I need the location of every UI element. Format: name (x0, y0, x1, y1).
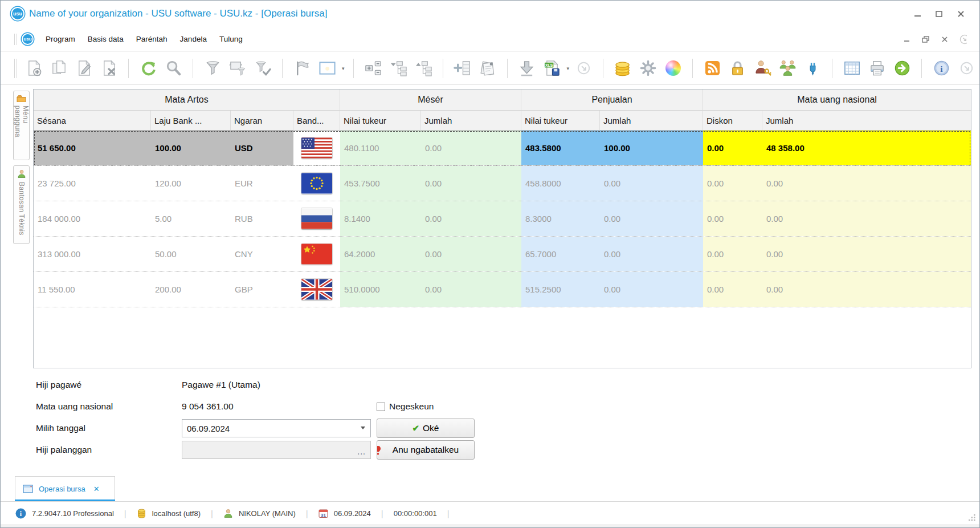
confirm-checkbox[interactable]: Negeskeun (377, 401, 475, 412)
col-header-meser-nilai-tukeur[interactable]: Nilai tukeur (340, 111, 421, 131)
about-info-icon[interactable]: i (930, 58, 952, 79)
tab-close-icon[interactable]: ✕ (93, 485, 100, 493)
resize-grip-icon[interactable] (968, 514, 976, 522)
cell-jumlah[interactable]: 0.00 (762, 237, 971, 271)
cancel-button[interactable]: Anu ngabatalkeu (377, 440, 475, 460)
cell-meser-jumlah[interactable]: 0.00 (421, 237, 521, 271)
cell-sesana[interactable]: 51 650.00 (34, 131, 151, 165)
cell-meser-nilai[interactable]: 64.2000 (340, 237, 421, 271)
col-header-sesana[interactable]: Sésana (34, 111, 151, 131)
print-icon[interactable] (866, 58, 888, 79)
cell-diskon[interactable]: 0.00 (703, 166, 762, 201)
report-notes-icon[interactable] (477, 58, 499, 79)
settings-gear-icon[interactable] (637, 58, 659, 79)
col-header-laju-bank[interactable]: Laju Bank ... (151, 111, 231, 131)
cell-meser-jumlah[interactable]: 0.00 (421, 272, 521, 307)
copy-document-icon[interactable] (48, 58, 70, 79)
tree-collapse-icon[interactable] (387, 58, 409, 79)
close-icon[interactable] (957, 10, 965, 18)
mdi-minimize-icon[interactable] (903, 36, 910, 43)
filter-custom-icon[interactable] (227, 58, 248, 79)
menu-parentah[interactable]: Paréntah (130, 31, 174, 47)
export-xls-dropdown-icon[interactable]: ▾ (567, 66, 570, 71)
mdi-more-icon[interactable] (959, 36, 967, 43)
cell-ngaran[interactable]: RUB (231, 201, 293, 236)
menu-program[interactable]: Program (39, 31, 81, 47)
mdi-close-icon[interactable] (941, 36, 948, 43)
cell-laju-bank[interactable]: 120.00 (151, 166, 231, 201)
cell-diskon[interactable]: 0.00 (703, 272, 762, 307)
cell-penjualan-nilai[interactable]: 515.2500 (521, 272, 600, 307)
cell-penjualan-nilai[interactable]: 483.5800 (521, 131, 600, 165)
cash-coins-icon[interactable] (612, 58, 634, 79)
customer-input[interactable]: ... (182, 441, 371, 459)
table-row-usd[interactable]: 51 650.00 100.00 USD 480.1100 0.00 483.5… (34, 131, 971, 166)
cell-diskon[interactable]: 0.00 (703, 201, 762, 236)
tab-operasi-bursa[interactable]: Operasi bursa ✕ (15, 476, 115, 501)
table-row-cny[interactable]: 313 000.00 50.00 CNY 64.2000 0.00 65.700… (34, 237, 971, 272)
cell-jumlah[interactable]: 0.00 (762, 272, 971, 307)
search-icon[interactable] (162, 58, 184, 79)
date-input[interactable]: 06.09.2024 (182, 419, 371, 437)
group-plus-minus-icon[interactable] (362, 58, 384, 79)
cell-penjualan-nilai[interactable]: 65.7000 (521, 237, 600, 271)
refresh-icon[interactable] (137, 58, 159, 79)
delete-document-icon[interactable] (98, 58, 120, 79)
cell-meser-nilai[interactable]: 8.1400 (340, 201, 421, 236)
cell-sesana[interactable]: 11 550.00 (34, 272, 151, 307)
col-header-meser-jumlah[interactable]: Jumlah (421, 111, 521, 131)
cell-sesana[interactable]: 23 725.00 (34, 166, 151, 201)
cell-meser-jumlah[interactable]: 0.00 (421, 201, 521, 236)
edit-document-icon[interactable] (73, 58, 95, 79)
ellipsis-button[interactable]: ... (357, 447, 366, 456)
theme-colors-icon[interactable] (662, 58, 684, 79)
filter-apply-icon[interactable] (252, 58, 273, 79)
cell-penjualan-jumlah[interactable]: 0.00 (600, 272, 703, 307)
table-view-icon[interactable] (841, 58, 863, 79)
cell-penjualan-nilai[interactable]: 458.8000 (521, 166, 600, 201)
go-next-icon[interactable] (891, 58, 913, 79)
cell-sesana[interactable]: 184 000.00 (34, 201, 151, 236)
cell-penjualan-jumlah[interactable]: 100.00 (600, 131, 703, 165)
cell-ngaran[interactable]: EUR (231, 166, 293, 201)
cell-laju-bank[interactable]: 100.00 (151, 131, 231, 165)
plugin-integration-icon[interactable] (802, 58, 823, 79)
image-view-dropdown-icon[interactable]: ▾ (342, 66, 345, 71)
cell-diskon[interactable]: 0.00 (703, 131, 762, 165)
import-download-icon[interactable] (516, 58, 538, 79)
col-header-penjualan-nilai-tukeur[interactable]: Nilai tukeur (521, 111, 600, 131)
cell-ngaran[interactable]: CNY (231, 237, 293, 271)
col-header-ngaran[interactable]: Ngaran (231, 111, 293, 131)
menu-tulung[interactable]: Tulung (213, 31, 249, 47)
sidebar-tab-bantosan-teknis[interactable]: Bantosan Téknis (13, 165, 30, 244)
cell-jumlah[interactable]: 0.00 (762, 166, 971, 201)
menu-jandela[interactable]: Jandela (174, 31, 213, 47)
mdi-restore-icon[interactable] (922, 36, 929, 43)
cell-laju-bank[interactable]: 200.00 (151, 272, 231, 307)
menu-basis-data[interactable]: Basis data (81, 31, 130, 47)
cell-penjualan-jumlah[interactable]: 0.00 (600, 201, 703, 236)
cell-jumlah[interactable]: 48 358.00 (762, 131, 971, 165)
col-header-penjualan-jumlah[interactable]: Jumlah (600, 111, 703, 131)
security-lock-icon[interactable] (726, 58, 748, 79)
employees-icon[interactable] (777, 58, 798, 79)
info-icon[interactable]: i (15, 508, 26, 519)
flag-icon[interactable] (291, 58, 313, 79)
chevron-down-icon[interactable] (361, 427, 365, 429)
tree-expand-icon[interactable] (413, 58, 434, 79)
sidebar-tab-menu-pangguna[interactable]: Ménu pangguna (13, 91, 30, 160)
cell-ngaran[interactable]: USD (231, 131, 293, 165)
table-row-eur[interactable]: 23 725.00 120.00 EUR 453.7500 0.00 458.8… (34, 166, 971, 201)
cell-penjualan-nilai[interactable]: 8.3000 (521, 201, 600, 236)
maximize-icon[interactable] (935, 10, 943, 18)
cell-ngaran[interactable]: GBP (231, 272, 293, 307)
cell-sesana[interactable]: 313 000.00 (34, 237, 151, 271)
export-xls-icon[interactable]: XLS (541, 58, 563, 79)
col-header-nasional-jumlah[interactable]: Jumlah (762, 111, 971, 131)
table-row-gbp[interactable]: 11 550.00 200.00 GBP 510.0000 0.00 515.2… (34, 272, 971, 307)
new-document-icon[interactable] (23, 58, 44, 79)
rss-feed-icon[interactable] (701, 58, 723, 79)
cell-penjualan-jumlah[interactable]: 0.00 (600, 237, 703, 271)
col-header-bandera[interactable]: Band... (293, 111, 340, 131)
ok-button[interactable]: ✔ Oké (377, 419, 475, 438)
